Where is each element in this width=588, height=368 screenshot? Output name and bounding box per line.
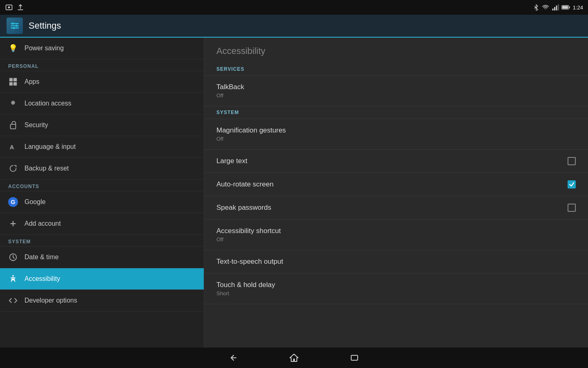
sidebar-item-developer[interactable]: Developer options [0,290,204,312]
status-left-icons [5,3,24,11]
google-icon: G [8,197,18,207]
talkback-title: TalkBack [216,83,244,91]
recents-icon [349,352,360,364]
auto-rotate-checkbox[interactable] [568,180,576,188]
recents-button[interactable] [349,352,360,364]
back-icon [228,352,239,364]
apps-icon [8,77,18,87]
sidebar-item-security[interactable]: Security [0,114,204,136]
screenshot-icon [5,3,13,11]
status-right-icons: 1:24 [533,4,583,11]
magnification-subtitle: Off [216,136,286,142]
svg-rect-16 [9,78,13,81]
developer-icon [8,296,18,305]
sidebar-label-google: Google [24,198,46,206]
auto-rotate-title: Auto-rotate screen [216,180,274,188]
accessibility-shortcut-subtitle: Off [216,236,281,242]
sidebar-item-add-account[interactable]: Add account [0,213,204,235]
content-item-talkback[interactable]: TalkBack Off [204,76,588,106]
content-item-magnification[interactable]: Magnification gestures Off [204,119,588,150]
svg-point-1 [8,7,10,9]
svg-rect-28 [351,355,358,360]
sidebar-item-location[interactable]: Location access [0,93,204,114]
nav-bar [0,348,588,368]
svg-point-21 [13,102,14,103]
services-section-header: SERVICES [204,63,588,76]
svg-rect-17 [13,78,17,81]
svg-rect-9 [562,6,568,9]
page-title: Settings [29,20,61,31]
sidebar: 💡 Power saving PERSONAL Apps Location ac… [0,38,204,348]
sidebar-item-apps[interactable]: Apps [0,71,204,93]
bluetooth-icon [533,4,539,11]
svg-rect-19 [13,82,17,85]
accessibility-shortcut-title: Accessibility shortcut [216,227,281,235]
upload-icon [16,3,24,11]
accessibility-icon [8,274,18,284]
back-button[interactable] [228,352,239,364]
large-text-title: Large text [216,157,247,165]
power-saving-icon: 💡 [8,43,18,53]
svg-rect-4 [554,7,555,10]
sidebar-item-language[interactable]: A Language & input [0,136,204,158]
svg-point-13 [16,25,18,27]
settings-app-icon [9,20,20,31]
content-item-tts[interactable]: Text-to-speech output [204,250,588,274]
sidebar-item-accessibility[interactable]: Accessibility [0,268,204,290]
sidebar-label-accessibility: Accessibility [24,275,60,283]
battery-icon [561,4,570,10]
sidebar-label-language: Language & input [24,143,76,150]
sidebar-label-location: Location access [24,100,71,107]
svg-rect-2 [18,9,23,10]
svg-point-15 [13,27,15,29]
touch-hold-title: Touch & hold delay [216,281,275,289]
content-item-auto-rotate[interactable]: Auto-rotate screen [204,173,588,196]
home-button[interactable] [288,352,300,364]
tts-title: Text-to-speech output [216,258,283,266]
content-item-accessibility-shortcut[interactable]: Accessibility shortcut Off [204,220,588,250]
sidebar-label-developer: Developer options [24,297,77,304]
sidebar-item-google[interactable]: G Google [0,191,204,213]
content-panel: Accessibility SERVICES TalkBack Off SYST… [204,38,588,348]
talkback-subtitle: Off [216,92,244,99]
wifi-icon [542,4,549,11]
signal-icon [552,4,559,11]
main-layout: 💡 Power saving PERSONAL Apps Location ac… [0,38,588,348]
svg-rect-8 [569,7,570,9]
sidebar-item-date-time[interactable]: Date & time [0,247,204,268]
backup-icon [8,164,18,173]
sidebar-label-date-time: Date & time [24,254,59,261]
svg-rect-6 [558,4,559,11]
sidebar-section-accounts: ACCOUNTS [0,180,204,191]
content-item-touch-hold[interactable]: Touch & hold delay Short [204,274,588,304]
date-time-icon [8,252,18,262]
large-text-checkbox[interactable] [568,157,576,165]
speak-passwords-checkbox[interactable] [568,204,576,212]
sidebar-label-add-account: Add account [24,220,61,227]
speak-passwords-title: Speak passwords [216,204,271,212]
content-item-large-text[interactable]: Large text [204,150,588,173]
time-display: 1:24 [573,4,583,11]
svg-rect-3 [552,9,553,11]
sidebar-label-power-saving: Power saving [24,45,64,52]
settings-icon-box [7,18,23,34]
svg-rect-5 [556,6,557,11]
magnification-title: Magnification gestures [216,126,286,135]
content-title: Accessibility [204,38,588,63]
svg-text:A: A [10,144,14,150]
location-icon [8,99,18,108]
content-item-speak-passwords[interactable]: Speak passwords [204,196,588,220]
sidebar-label-security: Security [24,121,48,129]
sidebar-section-personal: PERSONAL [0,59,204,71]
system-section-header: SYSTEM [204,106,588,119]
touch-hold-subtitle: Short [216,290,275,296]
svg-point-27 [12,275,14,277]
sidebar-item-backup[interactable]: Backup & reset [0,158,204,180]
sidebar-section-system: SYSTEM [0,235,204,247]
language-icon: A [8,142,18,152]
add-account-icon [8,219,18,229]
svg-rect-22 [11,124,16,129]
title-bar: Settings [0,15,588,38]
sidebar-item-power-saving[interactable]: 💡 Power saving [0,38,204,59]
svg-point-11 [12,22,14,25]
